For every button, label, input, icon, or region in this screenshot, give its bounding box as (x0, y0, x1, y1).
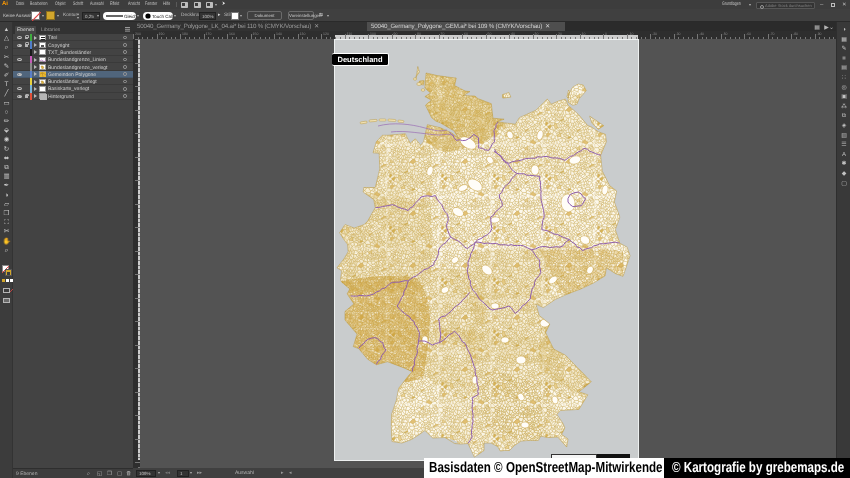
svg-text:Touch Callig...: Touch Callig... (152, 14, 173, 19)
svg-text:Gleichm.: Gleichm. (124, 14, 136, 19)
